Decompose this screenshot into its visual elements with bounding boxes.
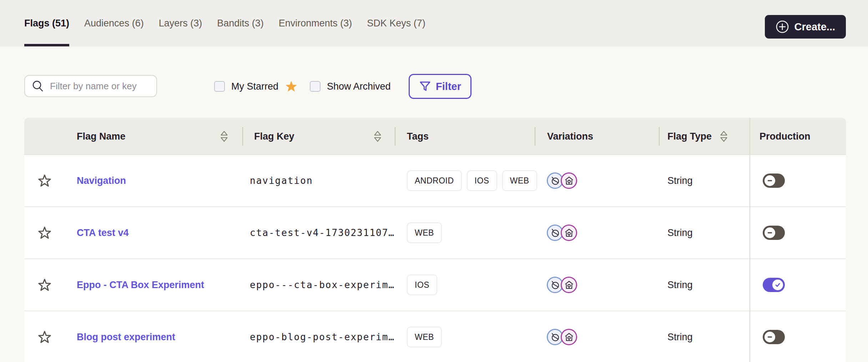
production-toggle[interactable] [763, 174, 785, 188]
tag-chip: ANDROID [407, 170, 462, 191]
table-row[interactable]: Blog post experiment eppo-blog-post-expe… [24, 311, 846, 362]
table-header: Flag Name Flag Key Tags Variations F [24, 118, 846, 155]
flag-type: String [667, 175, 693, 186]
tab-environments[interactable]: Environments (3) [279, 0, 352, 46]
toggle-knob [764, 175, 775, 186]
flag-key: eppo-blog-post-experim… [250, 332, 395, 342]
table-row[interactable]: Navigation navigation ANDROID IOS WEB [24, 155, 846, 207]
variation-badges [547, 277, 577, 293]
my-starred-label: My Starred [231, 81, 278, 92]
birdhouse-variation-icon [561, 225, 577, 241]
flag-key: navigation [250, 175, 313, 186]
table-row[interactable]: CTA test v4 cta-test-v4-1730231107… WEB [24, 207, 846, 259]
flags-table: Flag Name Flag Key Tags Variations F [24, 118, 846, 362]
create-button-label: Create... [794, 21, 835, 33]
header-divider [535, 127, 535, 146]
header-divider [242, 127, 243, 146]
show-archived-checkbox[interactable] [310, 81, 321, 92]
toggle-knob [764, 332, 775, 342]
flag-type: String [667, 332, 693, 343]
flag-type: String [667, 227, 693, 238]
flag-name-link[interactable]: CTA test v4 [77, 227, 129, 238]
flag-key: eppo---cta-box-experim… [250, 280, 395, 290]
table-row[interactable]: Eppo - CTA Box Experiment eppo---cta-box… [24, 259, 846, 311]
tag-chip: IOS [407, 275, 437, 295]
tab-audiences[interactable]: Audiences (6) [84, 0, 144, 46]
production-toggle[interactable] [763, 226, 785, 240]
flags-page: Flags (51) Audiences (6) Layers (3) Band… [0, 0, 868, 362]
variation-badges [547, 225, 577, 241]
tag-chip: IOS [467, 170, 497, 191]
flag-key: cta-test-v4-1730231107… [250, 227, 395, 238]
header-divider [659, 127, 660, 146]
toggle-knob [764, 227, 775, 238]
sort-icon-flag-type[interactable] [720, 130, 728, 142]
column-header-flag-name: Flag Name [77, 118, 126, 155]
flag-type: String [667, 280, 693, 291]
flag-name-link[interactable]: Eppo - CTA Box Experiment [77, 280, 204, 291]
birdhouse-variation-icon [561, 277, 577, 293]
tag-chip: WEB [407, 327, 442, 347]
tab-bandits[interactable]: Bandits (3) [217, 0, 264, 46]
tag-chip: WEB [407, 222, 442, 243]
tab-sdk-keys[interactable]: SDK Keys (7) [367, 0, 425, 46]
toggle-knob [772, 280, 783, 290]
column-header-tags: Tags [407, 118, 429, 155]
star-toggle[interactable] [38, 259, 51, 311]
production-toggle[interactable] [763, 330, 785, 344]
tab-layers[interactable]: Layers (3) [159, 0, 202, 46]
column-header-variations: Variations [547, 118, 593, 155]
header-divider [395, 127, 395, 146]
column-header-flag-key: Flag Key [254, 118, 294, 155]
column-header-production: Production [760, 118, 811, 155]
search-icon [31, 80, 44, 92]
my-starred-filter[interactable]: My Starred [214, 79, 298, 94]
column-header-flag-type: Flag Type [667, 118, 712, 155]
production-toggle[interactable] [763, 278, 785, 292]
sort-icon-flag-name[interactable] [220, 130, 228, 142]
search-box [24, 75, 157, 97]
star-toggle[interactable] [38, 311, 51, 362]
birdhouse-variation-icon [561, 172, 577, 189]
filter-button[interactable]: Filter [409, 74, 471, 99]
search-input[interactable] [49, 80, 147, 92]
create-button[interactable]: Create... [765, 15, 846, 39]
show-archived-label: Show Archived [327, 81, 391, 92]
tab-flags[interactable]: Flags (51) [24, 0, 69, 46]
variation-badges [547, 329, 577, 345]
birdhouse-variation-icon [561, 329, 577, 345]
star-toggle[interactable] [38, 207, 51, 258]
gold-star-icon [285, 80, 298, 93]
flag-name-link[interactable]: Blog post experiment [77, 332, 175, 343]
sort-icon-flag-key[interactable] [373, 130, 382, 142]
flag-name-link[interactable]: Navigation [77, 175, 126, 186]
my-starred-checkbox[interactable] [214, 81, 225, 92]
show-archived-filter[interactable]: Show Archived [310, 79, 391, 94]
production-column-divider [750, 118, 750, 362]
funnel-icon [419, 80, 431, 92]
variation-badges [547, 172, 577, 189]
filter-button-label: Filter [436, 81, 461, 92]
tab-bar: Flags (51) Audiences (6) Layers (3) Band… [0, 0, 868, 46]
plus-circle-icon [776, 20, 789, 34]
tag-chip: WEB [502, 170, 537, 191]
star-toggle[interactable] [38, 155, 51, 206]
